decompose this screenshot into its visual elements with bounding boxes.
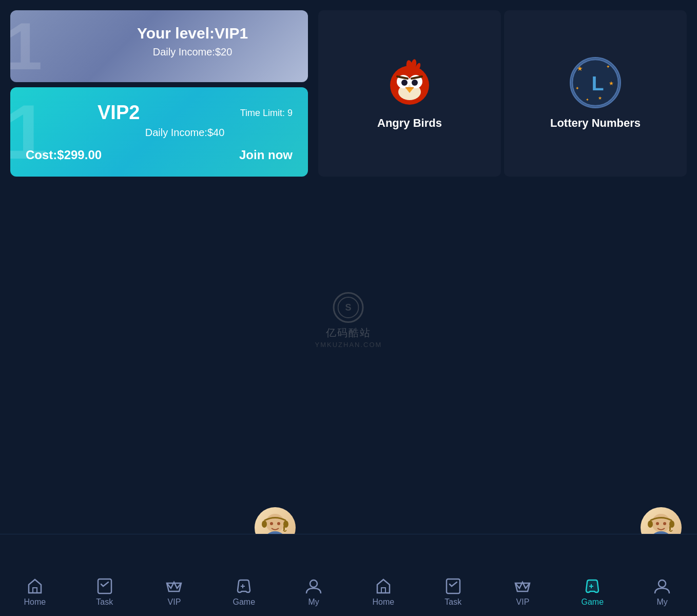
bottom-nav: Home Task VIP Game xyxy=(0,534,697,616)
vip-current-card[interactable]: 1 Your level:VIP1 Daily Income:$20 xyxy=(10,10,308,82)
nav-home2-label: Home xyxy=(373,598,395,607)
nav-my-label: My xyxy=(308,598,319,607)
join-now-button[interactable]: Join now xyxy=(239,148,293,162)
nav-task2-label: Task xyxy=(444,598,461,607)
vip-level-label: Your level:VIP1 xyxy=(92,25,293,42)
lottery-numbers-icon: L ★ ✦ ★ ✦ ★ ✦ xyxy=(570,57,621,108)
svg-text:✦: ✦ xyxy=(575,85,579,91)
svg-point-49 xyxy=(659,580,666,587)
nav-my2-label: My xyxy=(656,598,667,607)
angry-birds-icon xyxy=(384,57,435,108)
nav-vip2[interactable]: VIP xyxy=(488,577,558,611)
game-cards: Angry Birds L ★ ✦ xyxy=(318,10,687,177)
watermark-sub: YMKUZHAN.COM xyxy=(315,341,382,349)
svg-rect-44 xyxy=(381,588,385,593)
svg-marker-46 xyxy=(515,583,530,591)
nav-task-label: Task xyxy=(96,598,113,607)
nav-home2[interactable]: Home xyxy=(348,577,418,611)
svg-point-37 xyxy=(663,522,666,525)
vip-cards: 1 Your level:VIP1 Daily Income:$20 1 VIP… xyxy=(10,10,308,177)
nav-right: Home Task VIP Game xyxy=(348,577,697,611)
vip-time-limit: Time Limit: 9 xyxy=(240,102,293,119)
svg-point-43 xyxy=(310,580,317,587)
svg-point-33 xyxy=(648,521,653,528)
svg-text:★: ★ xyxy=(598,95,602,101)
vip-upgrade-name: VIP2 xyxy=(98,102,140,124)
svg-point-26 xyxy=(262,521,267,528)
nav-my2[interactable]: My xyxy=(627,577,697,611)
vip-upgrade-footer: Cost:$299.00 Join now xyxy=(26,148,293,162)
angry-birds-label: Angry Birds xyxy=(377,117,442,130)
nav-game[interactable]: Game xyxy=(209,577,279,611)
vip-upgrade-income: Daily Income:$40 xyxy=(26,127,293,139)
watermark-icon: S xyxy=(333,292,364,323)
nav-vip-label: VIP xyxy=(168,598,181,607)
watermark-text: 亿码酷站 xyxy=(326,326,371,340)
nav-vip2-label: VIP xyxy=(516,598,530,607)
svg-text:★: ★ xyxy=(577,65,583,72)
vip-upgrade-header: VIP2 Time Limit: 9 xyxy=(26,102,293,124)
svg-point-29 xyxy=(270,522,273,525)
svg-point-30 xyxy=(277,522,280,525)
svg-text:L: L xyxy=(591,72,604,94)
svg-marker-40 xyxy=(167,583,181,591)
nav-home-label: Home xyxy=(24,598,46,607)
svg-point-10 xyxy=(412,80,418,86)
top-section: 1 Your level:VIP1 Daily Income:$20 1 VIP… xyxy=(10,10,687,177)
nav-game2[interactable]: Game xyxy=(557,577,627,611)
nav-vip[interactable]: VIP xyxy=(140,577,209,611)
svg-text:✦: ✦ xyxy=(606,64,610,69)
vip-bg-number: 1 xyxy=(10,13,42,80)
nav-my[interactable]: My xyxy=(279,577,348,611)
svg-rect-45 xyxy=(447,579,460,593)
svg-rect-38 xyxy=(33,588,37,593)
svg-rect-35 xyxy=(669,526,671,530)
svg-text:S: S xyxy=(345,302,352,313)
watermark: S 亿码酷站 YMKUZHAN.COM xyxy=(315,292,382,349)
vip-upgrade-bg-number: 1 xyxy=(10,93,48,170)
svg-text:✦: ✦ xyxy=(586,98,589,102)
svg-point-36 xyxy=(656,522,659,525)
svg-text:★: ★ xyxy=(609,80,614,86)
nav-home[interactable]: Home xyxy=(0,577,70,611)
svg-rect-28 xyxy=(283,526,285,530)
nav-game2-label: Game xyxy=(582,598,604,607)
nav-task2[interactable]: Task xyxy=(418,577,488,611)
lottery-numbers-label: Lottery Numbers xyxy=(550,117,641,130)
angry-birds-card[interactable]: Angry Birds xyxy=(318,10,501,177)
lottery-numbers-card[interactable]: L ★ ✦ ★ ✦ ★ ✦ Lottery Numbers xyxy=(504,10,687,177)
svg-rect-39 xyxy=(98,579,111,593)
nav-game-label: Game xyxy=(233,598,256,607)
main-content: 1 Your level:VIP1 Daily Income:$20 1 VIP… xyxy=(0,0,697,534)
svg-point-9 xyxy=(401,80,408,86)
nav-task[interactable]: Task xyxy=(70,577,140,611)
vip-income-label: Daily Income:$20 xyxy=(92,46,293,58)
nav-left: Home Task VIP Game xyxy=(0,577,348,611)
vip-upgrade-card[interactable]: 1 VIP2 Time Limit: 9 Daily Income:$40 Co… xyxy=(10,87,308,177)
